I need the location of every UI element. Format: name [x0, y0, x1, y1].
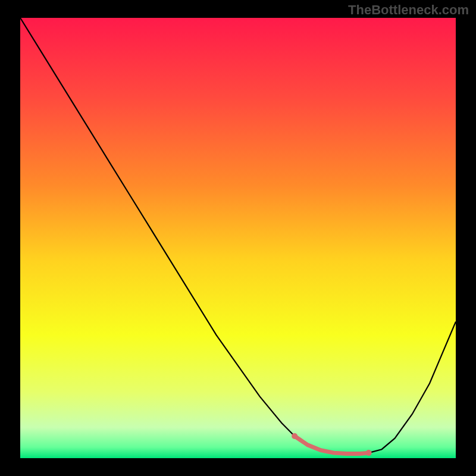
- chart-container: TheBottleneck.com: [0, 0, 476, 476]
- optimal-range-end-dot: [366, 450, 372, 456]
- chart-svg: [20, 18, 456, 458]
- watermark-text: TheBottleneck.com: [348, 2, 469, 18]
- optimal-range-start-dot: [292, 433, 298, 439]
- plot-area: [20, 18, 456, 458]
- gradient-background: [20, 18, 456, 458]
